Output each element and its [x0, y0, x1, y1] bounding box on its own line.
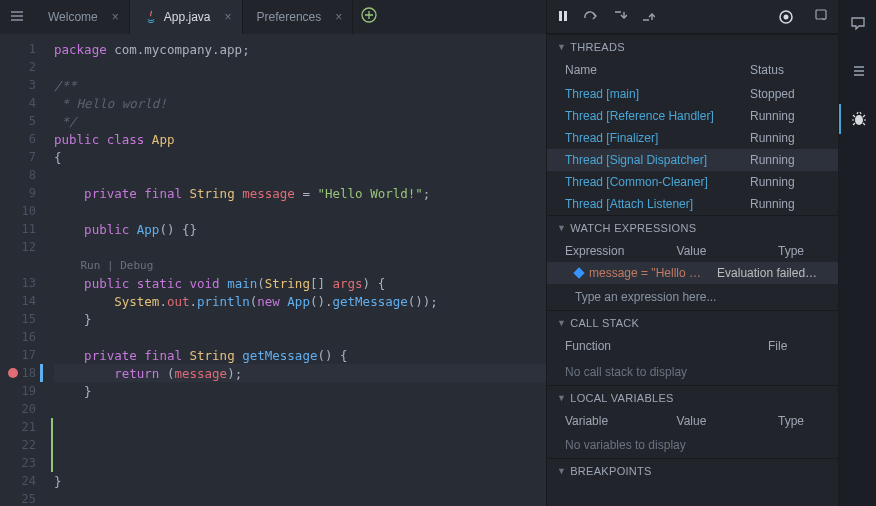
code-line[interactable]: } — [54, 472, 546, 490]
gutter-line[interactable]: 25 — [0, 490, 46, 506]
bug-icon[interactable] — [839, 104, 877, 134]
svg-rect-1 — [559, 11, 562, 21]
threads-section-header[interactable]: ▼THREADS — [547, 34, 838, 59]
gutter-line[interactable]: 10 — [0, 202, 46, 220]
code-line[interactable] — [54, 436, 546, 454]
step-into-button[interactable] — [613, 9, 627, 25]
code-lens[interactable]: Run | Debug — [54, 259, 153, 272]
close-icon[interactable]: × — [112, 10, 119, 24]
watch-col-header: Expression Value Type — [547, 240, 838, 262]
gutter-line[interactable]: 23 — [0, 454, 46, 472]
watch-expression-input[interactable]: Type an expression here... — [547, 284, 838, 310]
gutter-line[interactable]: 4 — [0, 94, 46, 112]
step-out-button[interactable] — [641, 9, 655, 25]
code-line[interactable]: System.out.println(new App().getMessage(… — [54, 292, 546, 310]
step-over-button[interactable] — [583, 9, 599, 25]
breakpoints-section-header[interactable]: ▼BREAKPOINTS — [547, 458, 838, 483]
code-line[interactable]: public App() {} — [54, 220, 546, 238]
list-icon[interactable] — [839, 56, 877, 86]
callstack-col-header: Function File — [547, 335, 838, 359]
locals-col-header: Variable Value Type — [547, 410, 838, 432]
gutter-line[interactable]: 9 — [0, 184, 46, 202]
code-line[interactable]: { — [54, 148, 546, 166]
callstack-section-header[interactable]: ▼CALL STACK — [547, 310, 838, 335]
svg-point-4 — [784, 14, 789, 19]
menu-icon[interactable] — [10, 9, 24, 26]
gutter-line[interactable]: 6 — [0, 130, 46, 148]
svg-rect-5 — [816, 10, 826, 19]
code-line[interactable] — [54, 418, 546, 436]
gutter-line[interactable]: 20 — [0, 400, 46, 418]
watch-row[interactable]: message = "Helllo …Evaluation failed… — [547, 262, 838, 284]
code-line[interactable]: private final String getMessage() { — [54, 346, 546, 364]
watch-section-header[interactable]: ▼WATCH EXPRESSIONS — [547, 215, 838, 240]
close-icon[interactable]: × — [335, 10, 342, 24]
debug-options-button[interactable] — [814, 8, 828, 25]
gutter-line[interactable]: 5 — [0, 112, 46, 130]
gutter-line[interactable]: 7 — [0, 148, 46, 166]
code-line[interactable]: package com.mycompany.app; — [54, 40, 546, 58]
svg-point-6 — [855, 115, 863, 125]
pause-button[interactable] — [557, 9, 569, 25]
add-tab-button[interactable] — [361, 7, 377, 27]
thread-row[interactable]: Thread [Common-Cleaner]Running — [547, 171, 838, 193]
gutter-line[interactable]: 2 — [0, 58, 46, 76]
code-line[interactable]: */ — [54, 112, 546, 130]
gutter-line[interactable]: 21 — [0, 418, 46, 436]
tab-bar: Welcome×App.java×Preferences× — [0, 0, 546, 34]
code-line[interactable]: } — [54, 310, 546, 328]
locals-empty: No variables to display — [547, 432, 838, 458]
code-line[interactable]: /** — [54, 76, 546, 94]
gutter-line[interactable]: 15 — [0, 310, 46, 328]
gutter-line[interactable]: 24 — [0, 472, 46, 490]
gutter-line[interactable]: 19 — [0, 382, 46, 400]
editor-area: 1234567891011121314151617181920212223242… — [0, 34, 546, 506]
chevron-down-icon: ▼ — [557, 223, 566, 233]
right-rail — [838, 0, 876, 506]
code-line[interactable]: } — [54, 382, 546, 400]
code-line[interactable] — [54, 328, 546, 346]
tab-welcome[interactable]: Welcome× — [34, 0, 130, 34]
code-line[interactable] — [54, 58, 546, 76]
code-line[interactable]: public static void main(String[] args) { — [54, 274, 546, 292]
code-line[interactable] — [54, 490, 546, 506]
gutter-line[interactable]: 14 — [0, 292, 46, 310]
tab-label: App.java — [164, 10, 211, 24]
thread-row[interactable]: Thread [main]Stopped — [547, 83, 838, 105]
code-line[interactable] — [54, 202, 546, 220]
code-line[interactable] — [54, 238, 546, 256]
code-line[interactable] — [54, 454, 546, 472]
threads-col-header: Name Status — [547, 59, 838, 83]
code-line[interactable]: private final String message = "Hello Wo… — [54, 184, 546, 202]
gutter-line[interactable]: 17 — [0, 346, 46, 364]
gutter[interactable]: 1234567891011121314151617181920212223242… — [0, 34, 46, 506]
callstack-empty: No call stack to display — [547, 359, 838, 385]
chevron-down-icon: ▼ — [557, 318, 566, 328]
diamond-icon — [573, 267, 584, 278]
gutter-line[interactable]: 8 — [0, 166, 46, 184]
thread-row[interactable]: Thread [Finalizer]Running — [547, 127, 838, 149]
record-button[interactable] — [778, 9, 794, 25]
gutter-line[interactable]: 12 — [0, 238, 46, 256]
gutter-line[interactable]: 3 — [0, 76, 46, 94]
close-icon[interactable]: × — [225, 10, 232, 24]
locals-section-header[interactable]: ▼LOCAL VARIABLES — [547, 385, 838, 410]
code-line[interactable]: return (message); — [54, 364, 546, 382]
gutter-line[interactable]: 1 — [0, 40, 46, 58]
code-line[interactable]: public class App — [54, 130, 546, 148]
tab-preferences[interactable]: Preferences× — [243, 0, 354, 34]
code-editor[interactable]: package com.mycompany.app;/** * Hello wo… — [46, 34, 546, 506]
thread-row[interactable]: Thread [Attach Listener]Running — [547, 193, 838, 215]
code-line[interactable]: * Hello world! — [54, 94, 546, 112]
gutter-line[interactable]: 13 — [0, 274, 46, 292]
code-line[interactable]: Run | Debug — [54, 256, 546, 274]
gutter-line[interactable]: 22 — [0, 436, 46, 454]
code-line[interactable] — [54, 166, 546, 184]
thread-row[interactable]: Thread [Reference Handler]Running — [547, 105, 838, 127]
code-line[interactable] — [54, 400, 546, 418]
chat-icon[interactable] — [839, 8, 877, 38]
gutter-line[interactable]: 16 — [0, 328, 46, 346]
tab-app-java[interactable]: App.java× — [130, 0, 243, 34]
thread-row[interactable]: Thread [Signal Dispatcher]Running — [547, 149, 838, 171]
gutter-line[interactable]: 11 — [0, 220, 46, 238]
